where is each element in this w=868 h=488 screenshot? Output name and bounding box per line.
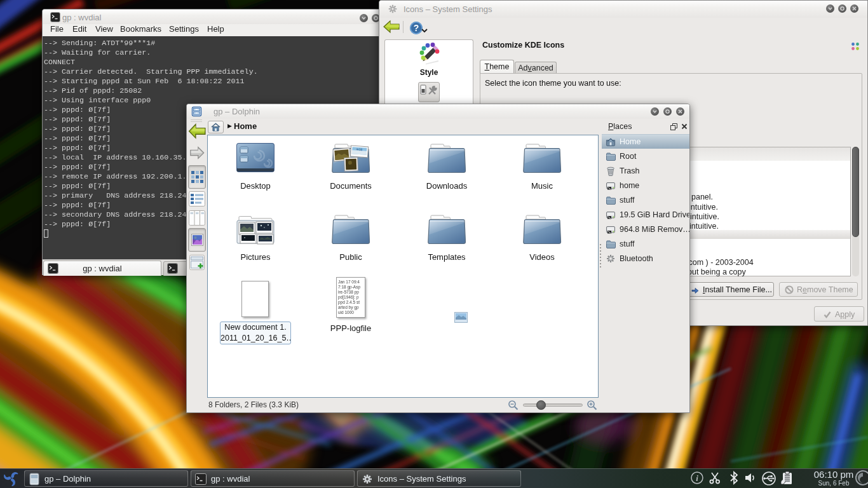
svg-text:i: i: [696, 473, 698, 483]
svg-text:≋08: ≋08: [356, 147, 362, 152]
svg-text:?: ?: [414, 23, 419, 33]
